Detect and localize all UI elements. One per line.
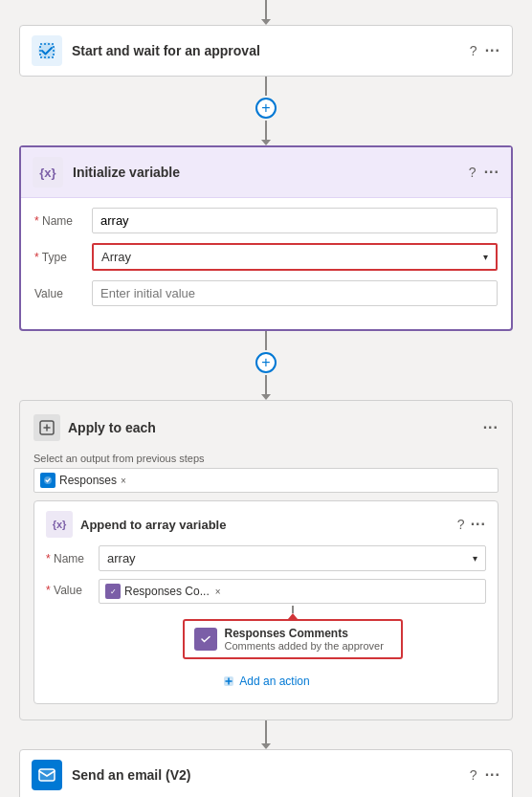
append-value-chip: Responses Co... xyxy=(124,585,210,598)
append-more-icon[interactable]: ··· xyxy=(471,516,486,533)
tooltip-card: Responses Comments Comments added by the… xyxy=(183,619,403,659)
approval-more-icon[interactable]: ··· xyxy=(485,42,500,59)
tooltip-connector xyxy=(99,604,486,619)
send-header: Send an email (V2) ? ··· xyxy=(20,750,512,797)
send-help-icon[interactable]: ? xyxy=(470,767,477,783)
plus-btn-1[interactable]: + xyxy=(255,98,277,119)
init-help-icon[interactable]: ? xyxy=(469,165,477,180)
tooltip-icon xyxy=(194,628,217,651)
type-chevron-icon: ▾ xyxy=(483,252,488,262)
append-header: {x} Append to array variable ? ··· xyxy=(46,511,486,538)
append-card: {x} Append to array variable ? ··· Name … xyxy=(33,500,499,704)
send-email-card: Send an email (V2) ? ··· To SG Sunshine … xyxy=(19,749,513,797)
value-input[interactable] xyxy=(92,280,498,306)
approval-title: Start and wait for an approval xyxy=(72,43,470,58)
value-label: Value xyxy=(34,287,92,300)
append-help-icon[interactable]: ? xyxy=(457,517,465,532)
add-action-label: Add an action xyxy=(239,675,309,688)
append-name-select[interactable]: array ▾ xyxy=(99,545,486,571)
name-input[interactable] xyxy=(92,208,498,233)
plus-btn-2[interactable]: + xyxy=(255,352,277,373)
init-icon: {x} xyxy=(33,157,63,188)
init-header: {x} Initialize variable ? ··· xyxy=(21,147,511,198)
tooltip-content: Responses Comments Comments added by the… xyxy=(225,627,384,652)
approval-actions: ? ··· xyxy=(470,42,500,59)
append-name-value: array xyxy=(107,551,136,565)
apply-body: Select an output from previous steps Res… xyxy=(30,449,502,710)
apply-icon xyxy=(33,414,60,441)
append-value-label: Value xyxy=(46,579,99,597)
apply-header: Apply to each ··· xyxy=(30,410,502,449)
append-value-close-icon[interactable]: × xyxy=(215,587,221,597)
send-more-icon[interactable]: ··· xyxy=(485,766,500,784)
apply-select-input[interactable]: Responses × xyxy=(33,468,499,493)
type-label: Type xyxy=(34,251,92,264)
approval-help-icon[interactable]: ? xyxy=(470,43,477,58)
init-title: Initialize variable xyxy=(73,165,469,180)
init-body: Name Type Array ▾ Value xyxy=(21,198,511,329)
approval-card: Start and wait for an approval ? ··· xyxy=(19,25,513,77)
append-value-icon: ✓ xyxy=(105,584,121,599)
send-icon xyxy=(32,760,62,790)
append-title: Append to array variable xyxy=(80,518,457,532)
apply-each-card: Apply to each ··· Select an output from … xyxy=(19,400,513,720)
name-label: Name xyxy=(34,214,92,228)
init-variable-card: {x} Initialize variable ? ··· Name Type … xyxy=(19,145,513,331)
apply-title: Apply to each xyxy=(68,420,483,435)
send-title: Send an email (V2) xyxy=(72,767,470,783)
append-name-label: Name xyxy=(46,552,99,565)
tooltip-title: Responses Comments xyxy=(225,627,384,640)
apply-more-icon[interactable]: ··· xyxy=(483,419,499,436)
add-action-btn[interactable]: Add an action xyxy=(46,669,486,694)
type-select[interactable]: Array ▾ xyxy=(92,243,498,271)
responses-close-icon[interactable]: × xyxy=(121,476,126,486)
append-name-chevron: ▾ xyxy=(473,553,477,564)
approval-icon xyxy=(32,35,62,66)
type-value: Array xyxy=(101,250,131,264)
add-action-icon xyxy=(222,675,235,688)
svg-rect-4 xyxy=(39,769,55,781)
responses-chip-label: Responses xyxy=(59,474,117,487)
append-value-input[interactable]: ✓ Responses Co... × xyxy=(99,579,486,604)
approval-header: Start and wait for an approval ? ··· xyxy=(20,26,512,76)
apply-select-label: Select an output from previous steps xyxy=(33,453,499,464)
tooltip-subtitle: Comments added by the approver xyxy=(225,640,384,652)
append-icon: {x} xyxy=(46,511,73,538)
init-more-icon[interactable]: ··· xyxy=(484,164,499,181)
responses-icon xyxy=(40,473,55,488)
